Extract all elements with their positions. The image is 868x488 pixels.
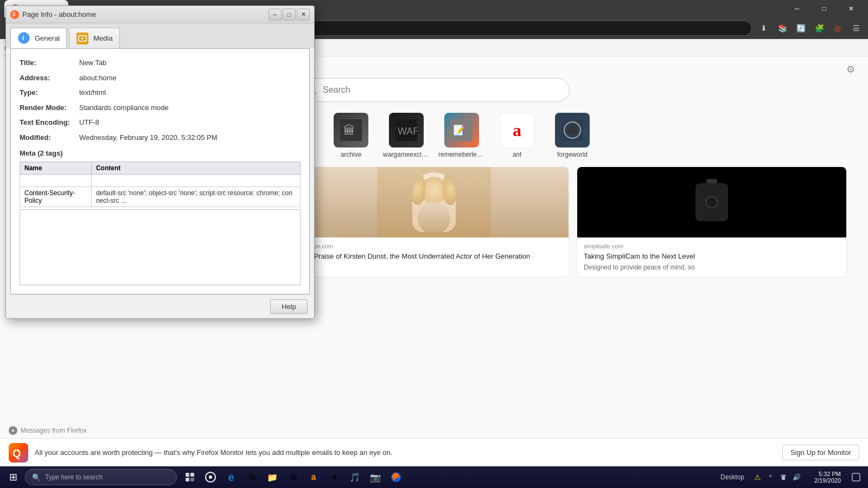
field-label-address: Address:	[20, 73, 79, 84]
top-site-archive[interactable]: 🏛 archive	[328, 113, 374, 158]
top-site-ant[interactable]: a ant	[494, 113, 540, 158]
general-tab-label: General	[35, 34, 60, 42]
dialog-titlebar: F Page Info - about:home ─ □ ✕	[6, 6, 314, 23]
svg-rect-23	[190, 473, 194, 477]
taskbar-icon-cortana[interactable]	[201, 467, 220, 487]
meta-cell-csp-name: Content-Security-Policy	[20, 187, 92, 207]
dialog-field-encoding: Text Encoding: UTF-8	[20, 117, 301, 128]
maximize-button[interactable]: □	[812, 0, 837, 17]
svg-rect-22	[186, 473, 189, 477]
field-value-type: text/html	[79, 87, 106, 98]
extensions-icon[interactable]: 🧩	[812, 21, 827, 36]
messages-icon: ●	[9, 426, 17, 435]
field-label-encoding: Text Encoding:	[20, 117, 79, 128]
sync-icon[interactable]: 🔄	[793, 21, 808, 36]
meta-header: Meta (2 tags)	[20, 149, 301, 157]
field-label-title: Title:	[20, 57, 79, 68]
clock-date: 2/19/2020	[814, 477, 841, 484]
system-tray: ⚠ ^ 🔊	[748, 472, 806, 483]
bookmarks-icon[interactable]: 📚	[775, 21, 790, 36]
taskbar-clock[interactable]: 5:32 PM 2/19/2020	[807, 471, 845, 484]
newtab-search-input[interactable]	[298, 78, 570, 102]
svg-rect-24	[186, 478, 189, 481]
field-value-address: about:home	[79, 73, 117, 84]
top-site-forge[interactable]: forgeworld	[549, 113, 596, 158]
dialog-content: Title: New Tab Address: about:home Type:…	[10, 48, 310, 294]
minimize-button[interactable]: ─	[784, 0, 809, 17]
dialog-close-button[interactable]: ✕	[297, 9, 310, 21]
svg-text:📝: 📝	[453, 124, 465, 136]
taskbar-icon-mail[interactable]: ✉	[283, 467, 303, 487]
field-value-encoding: UTF-8	[79, 117, 99, 128]
taskbar-icon-music[interactable]: 🎵	[345, 467, 365, 487]
meta-cell-csp-content: default-src 'none'; object-src 'none'; s…	[91, 187, 300, 207]
taskbar-search[interactable]: 🔍 Type here to search	[25, 469, 177, 485]
tray-chevron[interactable]: ^	[765, 472, 776, 483]
highlight-card-dunst[interactable]: nylon.com In Praise of Kirsten Dunst, th…	[299, 167, 569, 277]
taskbar-icon-store[interactable]: 🛍	[242, 467, 261, 487]
dialog-win-controls: ─ □ ✕	[269, 9, 310, 21]
svg-point-11	[568, 126, 577, 134]
dialog-tab-media[interactable]: Media	[69, 28, 119, 48]
meta-content-area	[20, 209, 301, 285]
close-button[interactable]: ✕	[839, 0, 864, 17]
help-button[interactable]: Help	[270, 299, 308, 314]
meta-table: Name Content Content-Security-Policy def…	[20, 162, 301, 207]
pocket-icon[interactable]: ◎	[830, 21, 845, 36]
monitor-banner: Q All your accounts are worth protecting…	[0, 438, 868, 466]
desktop-label: Desktop	[720, 473, 744, 481]
clock-time: 5:32 PM	[819, 471, 841, 477]
taskbar-search-text: Type here to search	[45, 473, 103, 481]
dialog-tab-general[interactable]: i General	[10, 28, 67, 48]
top-site-remember[interactable]: 📝 rememeberlesf...	[438, 113, 485, 158]
download-icon[interactable]: ⬇	[756, 21, 771, 36]
taskbar-icon-firefox[interactable]	[386, 467, 406, 487]
page-info-dialog: F Page Info - about:home ─ □ ✕ i General	[5, 5, 315, 319]
highlight-card-simplisafe[interactable]: simplisafe.com Taking SimpliCam to the N…	[577, 167, 846, 277]
svg-rect-25	[190, 478, 194, 481]
dialog-field-address: Address: about:home	[20, 73, 301, 84]
window-controls: ─ □ ✕	[784, 0, 864, 17]
top-site-icon-wargame: WAR	[389, 113, 424, 147]
highlight-source-simplisafe: simplisafe.com	[584, 243, 840, 249]
volume-icon[interactable]: 🔊	[791, 472, 802, 483]
dialog-tabs: i General Media	[6, 23, 314, 48]
field-label-render: Render Mode:	[20, 102, 79, 113]
field-label-type: Type:	[20, 87, 79, 98]
start-button[interactable]: ⊞	[2, 467, 24, 487]
taskbar-icon-amazon[interactable]: a	[304, 467, 323, 487]
highlight-title-simplisafe: Taking SimpliCam to the Next Level	[584, 252, 840, 261]
dialog-field-render: Render Mode: Standards compliance mode	[20, 102, 301, 113]
top-site-wargame[interactable]: WAR wargameexclusi...	[383, 113, 430, 158]
field-label-modified: Modified:	[20, 132, 79, 143]
field-value-modified: Wednesday, February 19, 2020, 5:32:05 PM	[79, 132, 218, 143]
dialog-maximize-button[interactable]: □	[283, 9, 296, 21]
camera-shape	[695, 183, 728, 221]
menu-button[interactable]: ☰	[848, 21, 864, 36]
svg-rect-30	[852, 473, 860, 481]
taskbar-icon-explorer[interactable]: 📁	[263, 467, 282, 487]
top-site-label-archive: archive	[341, 151, 362, 158]
notification-button[interactable]	[846, 467, 866, 487]
taskbar-icon-tripadvisor[interactable]: ✈	[324, 467, 344, 487]
general-tab-icon: i	[17, 31, 30, 44]
taskbar-icon-camera[interactable]: 📷	[366, 467, 385, 487]
taskbar-icon-ie[interactable]: e	[221, 467, 241, 487]
svg-text:WAR: WAR	[398, 126, 417, 137]
dialog-field-title: Title: New Tab	[20, 57, 301, 68]
meta-col-content: Content	[91, 162, 300, 175]
meta-row-empty	[20, 175, 301, 187]
dialog-footer: Help	[6, 294, 314, 318]
top-site-label-ant: ant	[513, 151, 522, 158]
antivirus-icon[interactable]: ⚠	[752, 472, 763, 483]
taskbar-icon-taskview[interactable]	[180, 467, 200, 487]
media-tab-icon	[76, 32, 89, 45]
network-icon[interactable]	[778, 472, 789, 483]
camera-lens	[705, 196, 718, 209]
taskbar-app-icons: e 🛍 📁 ✉ a ✈ 🎵 📷	[180, 467, 406, 487]
monitor-logo: Q	[9, 443, 28, 463]
svg-text:🏛: 🏛	[343, 124, 355, 137]
dialog-minimize-button[interactable]: ─	[269, 9, 282, 21]
meta-col-name: Name	[20, 162, 92, 175]
sign-up-monitor-button[interactable]: Sign Up for Monitor	[782, 445, 859, 460]
